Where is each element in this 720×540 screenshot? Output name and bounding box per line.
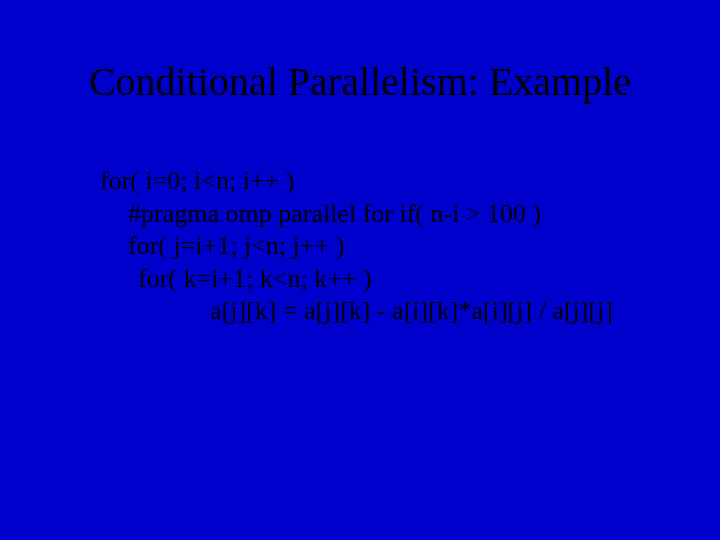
code-line-4: for( k=i+1; k<n; k++ ) bbox=[138, 263, 660, 296]
slide-body: for( i=0; i<n; i++ ) #pragma omp paralle… bbox=[100, 165, 660, 328]
slide-title: Conditional Parallelism: Example bbox=[0, 58, 720, 105]
code-line-5: a[j][k] = a[j][k] - a[i][k]*a[i][j] / a[… bbox=[210, 295, 660, 328]
code-line-1: for( i=0; i<n; i++ ) bbox=[100, 165, 660, 198]
code-line-2: #pragma omp parallel for if( n-i > 100 ) bbox=[128, 198, 660, 231]
code-line-3: for( j=i+1; j<n; j++ ) bbox=[128, 230, 660, 263]
slide: Conditional Parallelism: Example for( i=… bbox=[0, 0, 720, 540]
